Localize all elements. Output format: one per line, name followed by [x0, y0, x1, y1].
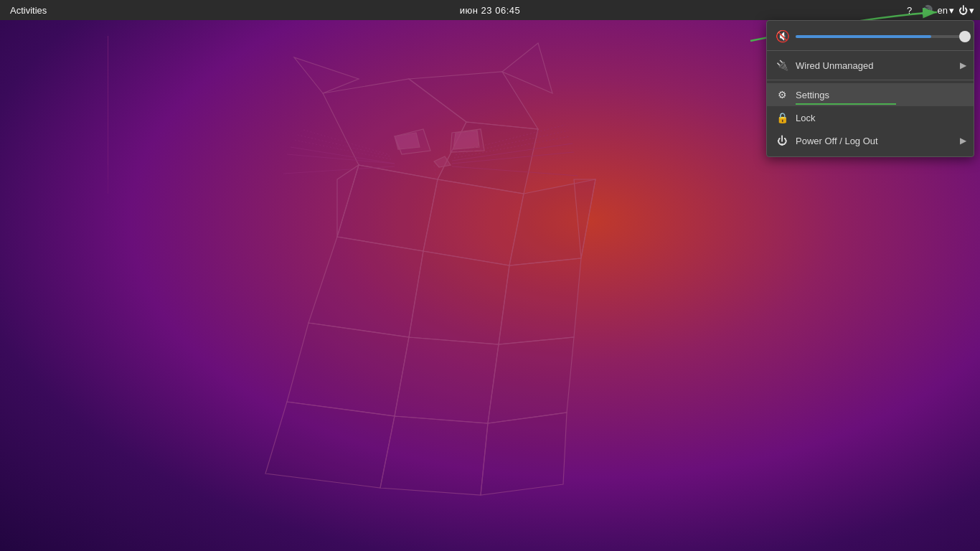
lang-dropdown-arrow: ▾ [949, 5, 954, 16]
volume-row: 🔇 [767, 25, 974, 47]
wired-unmanaged-label: Wired Unmanaged [796, 60, 965, 71]
volume-topbar-icon[interactable]: 🔊 [920, 4, 933, 17]
svg-marker-4 [423, 179, 524, 265]
power-dropdown-arrow: ▾ [969, 5, 974, 16]
svg-marker-6 [294, 57, 359, 93]
topbar: Activities июн 23 06:45 ? 🔊 en ▾ ⏻ ▾ [0, 0, 980, 20]
cat-illustration [108, 36, 753, 524]
language-button[interactable]: en ▾ [938, 5, 954, 16]
wired-arrow-icon: ▶ [960, 60, 966, 70]
svg-marker-31 [488, 337, 574, 423]
svg-marker-11 [453, 131, 479, 149]
svg-marker-33 [380, 416, 488, 495]
lock-icon: 🔒 [776, 111, 788, 124]
svg-marker-30 [395, 337, 499, 423]
network-icon: 🔌 [776, 59, 788, 72]
activities-button[interactable]: Activities [6, 5, 51, 16]
svg-marker-29 [287, 323, 409, 416]
lock-item[interactable]: 🔒 Lock [767, 106, 974, 129]
settings-label: Settings [796, 90, 965, 100]
lock-label: Lock [796, 113, 965, 123]
topbar-right: ? 🔊 en ▾ ⏻ ▾ [903, 4, 974, 17]
svg-marker-34 [481, 413, 567, 495]
volume-slider-thumb[interactable] [959, 31, 971, 42]
power-arrow-icon: ▶ [960, 136, 966, 146]
power-off-label: Power Off / Log Out [796, 136, 965, 146]
system-dropdown-menu: 🔇 🔌 Wired Unmanaged ▶ ⚙ Settings 🔒 Lock … [766, 20, 974, 157]
volume-slider-track[interactable] [796, 35, 965, 38]
power-off-item[interactable]: ⏻ Power Off / Log Out ▶ [767, 129, 974, 152]
svg-marker-27 [409, 251, 509, 344]
menu-divider-1 [767, 50, 974, 51]
volume-slider-fill [796, 35, 931, 38]
topbar-left: Activities [6, 5, 51, 16]
wired-unmanaged-item[interactable]: 🔌 Wired Unmanaged ▶ [767, 54, 974, 77]
language-label: en [938, 5, 948, 16]
menu-divider-2 [767, 80, 974, 80]
topbar-datetime: июн 23 06:45 [460, 5, 520, 16]
svg-marker-32 [265, 402, 395, 488]
settings-gear-icon: ⚙ [776, 88, 788, 101]
settings-item[interactable]: ⚙ Settings [767, 83, 974, 106]
svg-marker-26 [308, 237, 423, 337]
settings-underline [796, 103, 896, 105]
power-off-icon: ⏻ [776, 134, 788, 147]
power-icon: ⏻ [958, 5, 968, 16]
volume-mute-icon: 🔇 [776, 29, 790, 43]
svg-marker-28 [499, 258, 581, 344]
power-button[interactable]: ⏻ ▾ [958, 5, 974, 16]
question-icon[interactable]: ? [903, 4, 916, 17]
